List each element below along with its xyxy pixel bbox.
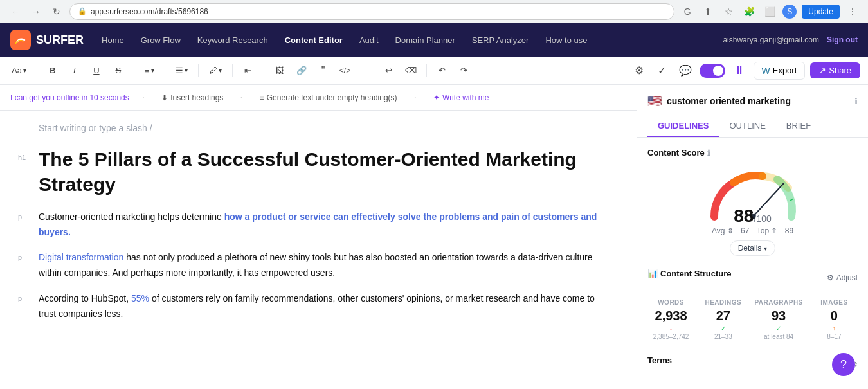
check-icon[interactable]: ✓ xyxy=(653,62,671,80)
paragraph-3[interactable]: According to HubSpot, 55% of customers r… xyxy=(39,291,611,322)
url-text: app.surferseo.com/drafts/5696186 xyxy=(91,7,208,16)
write-with-me-button[interactable]: ✦ Write with me xyxy=(429,91,493,105)
paragraph-1[interactable]: Customer-oriented marketing helps determ… xyxy=(39,210,611,240)
words-item: WORDS 2,938 ↓ 2,385–2,742 xyxy=(647,294,694,345)
dropdown-chevron-icon: ▾ xyxy=(23,67,26,74)
quote-button[interactable]: " xyxy=(314,62,332,80)
images-value: 0 xyxy=(813,309,855,323)
headings-trend: ✓ xyxy=(702,325,744,332)
profile-icon[interactable]: S xyxy=(782,5,797,19)
nav-keyword-research[interactable]: Keyword Research xyxy=(190,32,276,49)
eraser-button[interactable]: ⌫ xyxy=(402,62,420,80)
adjust-chart-icon: 📊 xyxy=(647,269,658,278)
para-3-marker: p xyxy=(18,293,22,305)
share-browser-icon[interactable]: ⬆ xyxy=(700,4,716,19)
align-chevron-icon: ▾ xyxy=(151,67,154,74)
export-button[interactable]: W Home Export xyxy=(754,62,806,80)
undo-button[interactable]: ↩ xyxy=(380,62,398,80)
paragraphs-item: PARAGRAPHS 93 ✓ at least 84 xyxy=(752,294,805,345)
nav-how-to-use[interactable]: How to use xyxy=(538,32,595,49)
editor-content[interactable]: Start writing or type a slash / h1 The 5… xyxy=(0,111,637,368)
insert-headings-button[interactable]: ⬇ Insert headings xyxy=(158,91,227,105)
toolbar: Aa ▾ B I U S ≡ ▾ ☰ ▾ 🖊 ▾ ⇤ 🖼 🔗 " </> — ↩… xyxy=(0,57,868,85)
outdent-button[interactable]: ⇤ xyxy=(239,62,257,80)
details-button[interactable]: Details ▾ xyxy=(730,240,776,256)
nav-content-editor[interactable]: Content Editor xyxy=(277,32,350,49)
strikethrough-button[interactable]: S xyxy=(109,62,127,80)
window-icon[interactable]: ⬜ xyxy=(762,4,777,19)
terms-header: Terms ⚙ xyxy=(647,356,858,373)
right-panel: 🇺🇸 customer oriented marketing ℹ GUIDELI… xyxy=(637,85,868,389)
images-item: IMAGES 0 ↑ 8–17 xyxy=(811,294,858,345)
image-button[interactable]: 🖼 xyxy=(271,62,289,80)
link-button[interactable]: 🔗 xyxy=(293,62,311,80)
write-with-me-icon: ✦ xyxy=(433,93,440,102)
article-title[interactable]: The 5 Pillars of a Successful Customer-O… xyxy=(39,147,611,197)
nav-audit[interactable]: Audit xyxy=(352,32,386,49)
share-label: Share xyxy=(829,66,851,75)
share-icon: ↗ xyxy=(819,66,826,75)
undo-history-button[interactable]: ↶ xyxy=(433,62,451,80)
gauge-score-display: 88/100 xyxy=(734,206,771,226)
extension-icon[interactable]: 🧩 xyxy=(741,4,757,19)
adjust-icon: ⚙ xyxy=(827,273,834,282)
nav-serp-analyzer[interactable]: SERP Analyzer xyxy=(464,32,537,49)
insert-headings-label: Insert headings xyxy=(170,93,223,102)
italic-button[interactable]: I xyxy=(66,62,84,80)
para-2-link: Digital transformation xyxy=(39,252,123,262)
comment-icon[interactable]: 💬 xyxy=(676,62,694,80)
generate-text-button[interactable]: ≡ Generate text under empty heading(s) xyxy=(256,91,401,105)
gauge-wrapper: 88/100 xyxy=(701,165,804,226)
words-range: 2,385–2,742 xyxy=(650,333,692,340)
highlight-icon: 🖊 xyxy=(209,66,217,75)
para-2-block: p Digital transformation has not only pr… xyxy=(39,250,611,281)
help-button[interactable]: ? xyxy=(832,353,855,376)
list-dropdown[interactable]: ☰ ▾ xyxy=(172,63,192,78)
tab-brief[interactable]: BRIEF xyxy=(776,116,821,137)
settings-icon[interactable]: ⚙ xyxy=(630,62,648,80)
update-button[interactable]: Update xyxy=(802,5,840,19)
adjust-button[interactable]: ⚙ Adjust xyxy=(827,273,858,282)
share-button[interactable]: ↗ Share xyxy=(810,62,860,78)
images-label: IMAGES xyxy=(813,299,855,306)
keyword-header: 🇺🇸 customer oriented marketing ℹ xyxy=(647,94,858,108)
nav-grow-flow[interactable]: Grow Flow xyxy=(133,32,188,49)
info-icon[interactable]: ℹ xyxy=(854,96,858,106)
avg-value: 67 xyxy=(741,226,749,235)
toggle-switch[interactable] xyxy=(700,64,725,78)
alignment-dropdown[interactable]: ≡ ▾ xyxy=(141,63,158,78)
nav-domain-planner[interactable]: Domain Planner xyxy=(388,32,463,49)
tab-guidelines[interactable]: GUIDELINES xyxy=(647,116,719,137)
headings-label: HEADINGS xyxy=(702,299,744,306)
content-score-section: Content Score ℹ xyxy=(647,148,858,256)
underline-button[interactable]: U xyxy=(87,62,105,80)
toolbar-sep-1 xyxy=(37,64,37,77)
words-label: WORDS xyxy=(650,299,692,306)
headings-value: 27 xyxy=(702,309,744,323)
back-button[interactable]: ← xyxy=(8,4,23,19)
para-1-block: p Customer-oriented marketing helps dete… xyxy=(39,210,611,240)
paragraph-2[interactable]: Digital transformation has not only prod… xyxy=(39,250,611,281)
browser-actions: G ⬆ ☆ 🧩 ⬜ S Update ⋮ xyxy=(680,4,860,19)
h1-marker: h1 xyxy=(18,152,26,164)
pause-icon[interactable]: ⏸ xyxy=(730,62,748,80)
font-size-dropdown[interactable]: Aa ▾ xyxy=(8,63,30,78)
outline-suggest[interactable]: I can get you outline in 10 seconds xyxy=(10,93,129,102)
refresh-button[interactable]: ↻ xyxy=(49,4,64,19)
google-icon[interactable]: G xyxy=(680,4,695,19)
forward-button[interactable]: → xyxy=(28,4,44,19)
star-icon[interactable]: ☆ xyxy=(721,4,736,19)
highlight-dropdown[interactable]: 🖊 ▾ xyxy=(205,63,226,78)
sign-out-button[interactable]: Sign out xyxy=(827,35,858,44)
divider-button[interactable]: — xyxy=(358,62,376,80)
menu-icon[interactable]: ⋮ xyxy=(845,4,860,19)
bold-button[interactable]: B xyxy=(44,62,62,80)
editor-panel[interactable]: I can get you outline in 10 seconds · ⬇ … xyxy=(0,85,637,389)
address-bar[interactable]: 🔒 app.surferseo.com/drafts/5696186 xyxy=(69,3,674,20)
tab-outline[interactable]: OUTLINE xyxy=(719,116,775,137)
code-button[interactable]: </> xyxy=(336,62,354,80)
nav-home[interactable]: Home xyxy=(94,32,132,49)
redo-history-button[interactable]: ↷ xyxy=(455,62,473,80)
content-score-info-icon[interactable]: ℹ xyxy=(707,149,710,158)
details-label: Details xyxy=(738,244,762,253)
